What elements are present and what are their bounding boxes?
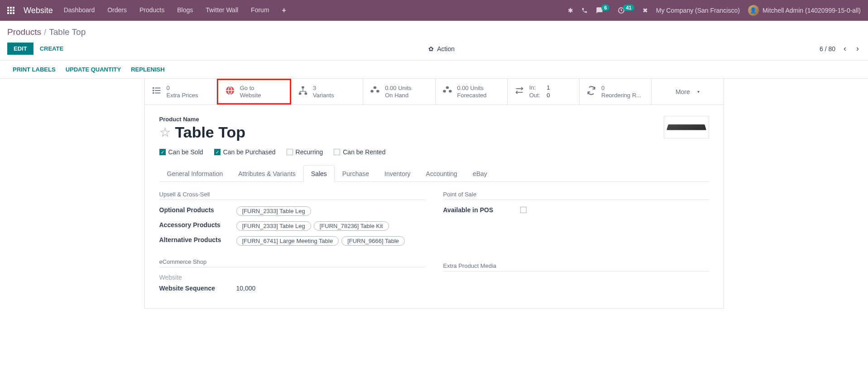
control-panel: EDIT CREATE ✿ Action 6 / 80 ‹ › <box>0 41 868 61</box>
check-can-be-rented[interactable]: Can be Rented <box>334 148 385 156</box>
stat-goto-line1: Go to <box>240 85 261 92</box>
gear-icon: ✿ <box>428 45 434 52</box>
exchange-icon <box>514 86 525 97</box>
checkbox-icon <box>287 149 293 155</box>
field-optional-products[interactable]: [FURN_2333] Table Leg <box>236 206 425 216</box>
stat-go-to-website[interactable]: Go to Website <box>217 79 291 105</box>
field-alternative-products[interactable]: [FURN_6741] Large Meeting Table [FURN_96… <box>236 236 425 246</box>
stat-extra-prices[interactable]: 0 Extra Prices <box>145 79 217 105</box>
nav-orders[interactable]: Orders <box>107 6 127 14</box>
checkbox-icon: ✓ <box>159 149 166 155</box>
phone-icon[interactable] <box>581 7 588 14</box>
section-ecommerce: eCommerce Shop <box>159 258 425 267</box>
stat-onhand-value: 0.00 Units <box>385 85 412 92</box>
caret-down-icon: ▾ <box>697 89 700 94</box>
statusbar-buttons: PRINT LABELS UPDATE QUANTITY REPLENISH <box>0 61 868 79</box>
left-column: Upsell & Cross-Sell Optional Products [F… <box>159 191 425 297</box>
stat-on-hand[interactable]: 0.00 Units On Hand <box>363 79 435 105</box>
nav-twitter-wall[interactable]: Twitter Wall <box>206 6 238 14</box>
user-menu[interactable]: 👤 Mitchell Admin (14020999-15-0-all) <box>748 5 861 16</box>
stat-variants[interactable]: 3 Variants <box>291 79 363 105</box>
action-dropdown[interactable]: ✿ Action <box>63 45 820 52</box>
stat-onhand-label: On Hand <box>385 92 412 99</box>
company-selector[interactable]: My Company (San Francisco) <box>656 7 740 14</box>
product-options-row: ✓ Can be Sold ✓ Can be Purchased Recurri… <box>159 148 709 156</box>
nav-products[interactable]: Products <box>139 6 164 14</box>
nav-forum[interactable]: Forum <box>251 6 269 14</box>
nav-items: Dashboard Orders Products Blogs Twitter … <box>64 6 568 14</box>
sitemap-icon <box>297 86 308 98</box>
breadcrumb-products[interactable]: Products <box>7 27 41 37</box>
svg-point-6 <box>153 93 153 94</box>
cubes-icon <box>369 85 380 98</box>
tag-accessory-1[interactable]: [FURN_78236] Table Kit <box>314 221 389 231</box>
tab-ebay[interactable]: eBay <box>465 165 495 182</box>
label-alternative-products: Alternative Products <box>159 236 236 246</box>
pager: 6 / 80 ‹ › <box>820 44 861 53</box>
tab-general-information[interactable]: General Information <box>159 165 231 182</box>
tag-alternative-1[interactable]: [FURN_9666] Table <box>341 236 405 246</box>
checkbox-icon <box>334 149 340 155</box>
stat-reordering-value: 0 <box>601 85 641 92</box>
label-available-pos: Available in POS <box>443 206 520 214</box>
checkbox-icon: ✓ <box>214 149 221 155</box>
brand[interactable]: Website <box>24 6 53 15</box>
stat-out-value: 0 <box>547 92 550 100</box>
check-recurring[interactable]: Recurring <box>287 148 323 156</box>
product-image[interactable] <box>664 116 709 138</box>
edit-button[interactable]: EDIT <box>7 43 34 55</box>
check-can-be-purchased[interactable]: ✓ Can be Purchased <box>214 148 276 156</box>
stat-variants-label: Variants <box>313 92 334 99</box>
field-accessory-products[interactable]: [FURN_2333] Table Leg [FURN_78236] Table… <box>236 221 425 231</box>
tab-accounting[interactable]: Accounting <box>418 165 465 182</box>
list-icon <box>151 86 162 98</box>
tag-optional-0[interactable]: [FURN_2333] Table Leg <box>236 206 311 216</box>
pager-next-icon[interactable]: › <box>854 44 861 53</box>
tab-attributes-variants[interactable]: Attributes & Variants <box>230 165 303 182</box>
apps-icon[interactable] <box>7 7 16 14</box>
section-upsell: Upsell & Cross-Sell <box>159 191 425 200</box>
label-website: Website <box>159 274 425 281</box>
avatar: 👤 <box>748 5 759 16</box>
svg-rect-8 <box>302 86 304 89</box>
nav-dashboard[interactable]: Dashboard <box>64 6 95 14</box>
activities-icon[interactable]: 41 <box>618 7 634 14</box>
section-pos: Point of Sale <box>443 191 709 200</box>
breadcrumb: Products / Table Top <box>0 21 868 41</box>
nav-add-icon[interactable]: + <box>282 6 286 14</box>
stat-in-out[interactable]: In: Out: 1 0 <box>508 79 580 105</box>
favorite-star-icon[interactable]: ☆ <box>159 125 171 140</box>
stat-more[interactable]: More ▾ <box>652 79 723 105</box>
replenish-button[interactable]: REPLENISH <box>131 66 164 73</box>
checkbox-icon[interactable] <box>520 207 527 213</box>
stat-forecasted-value: 0.00 Units <box>457 85 487 92</box>
field-available-pos[interactable] <box>520 206 709 214</box>
tab-sales[interactable]: Sales <box>303 165 335 182</box>
update-quantity-button[interactable]: UPDATE QUANTITY <box>66 66 121 73</box>
pager-prev-icon[interactable]: ‹ <box>842 44 848 53</box>
stat-buttons-row: 0 Extra Prices Go to Website 3 Variants … <box>144 79 724 105</box>
messages-icon[interactable]: 6 <box>596 7 609 14</box>
stat-forecasted[interactable]: 0.00 Units Forecasted <box>436 79 508 105</box>
messages-badge: 6 <box>601 5 609 11</box>
activities-badge: 41 <box>623 5 634 11</box>
bug-icon[interactable]: ✱ <box>568 7 573 14</box>
section-extra-media: Extra Product Media <box>443 262 709 271</box>
nav-blogs[interactable]: Blogs <box>177 6 193 14</box>
product-name-label: Product Name <box>159 116 246 123</box>
print-labels-button[interactable]: PRINT LABELS <box>13 66 56 73</box>
breadcrumb-sep: / <box>44 27 46 37</box>
refresh-icon <box>586 86 597 97</box>
check-can-be-sold[interactable]: ✓ Can be Sold <box>159 148 203 156</box>
tag-accessory-0[interactable]: [FURN_2333] Table Leg <box>236 221 311 231</box>
stat-reordering[interactable]: 0 Reordering R... <box>580 79 652 105</box>
tag-alternative-0[interactable]: [FURN_6741] Large Meeting Table <box>236 236 339 246</box>
tools-icon[interactable]: ✖ <box>643 7 648 14</box>
create-button[interactable]: CREATE <box>40 45 63 52</box>
field-website-sequence: 10,000 <box>236 285 425 292</box>
svg-rect-9 <box>299 93 302 95</box>
more-label: More <box>676 88 690 95</box>
tab-inventory[interactable]: Inventory <box>377 165 418 182</box>
tab-purchase[interactable]: Purchase <box>335 165 377 182</box>
stat-reordering-label: Reordering R... <box>601 92 641 99</box>
